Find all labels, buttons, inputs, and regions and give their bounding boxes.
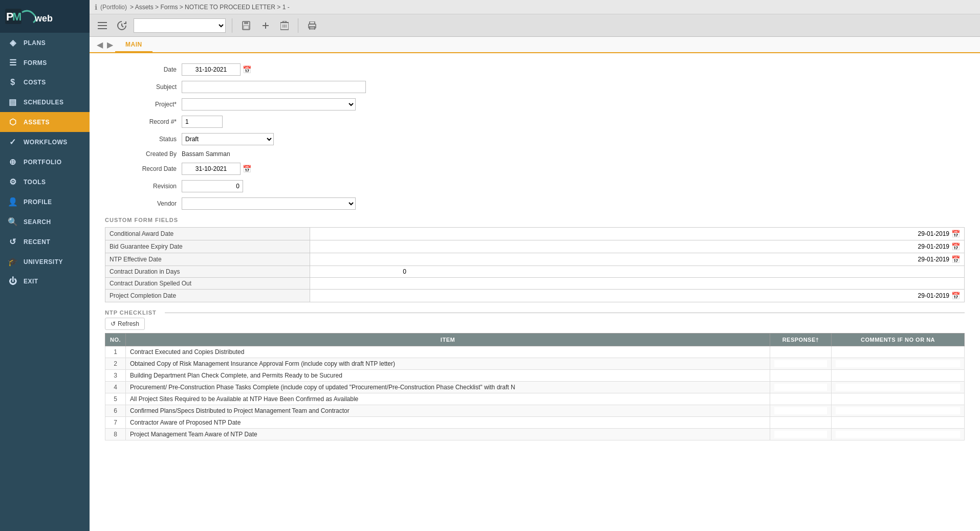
menu-button[interactable]	[95, 20, 110, 31]
created-by-value: Bassam Samman	[182, 150, 230, 158]
workflow-select[interactable]	[134, 18, 226, 33]
tab-next-button[interactable]: ▶	[105, 40, 115, 50]
sidebar-item-recent[interactable]: ↺ RECENT	[0, 232, 90, 252]
ntp-row-comments-0[interactable]	[832, 346, 965, 358]
sidebar: P M web ◈ PLANS ☰ FORMS $ COSTS ▤ SCHEDU…	[0, 0, 90, 531]
tab-main[interactable]: MAIN	[115, 38, 153, 52]
ntp-row-response-5[interactable]	[770, 405, 832, 417]
record-date-field-group: 📅	[182, 163, 253, 175]
ntp-row-comments-4[interactable]	[832, 393, 965, 405]
sidebar-item-forms[interactable]: ☰ FORMS	[0, 53, 90, 73]
cft-cal-icon-0[interactable]: 📅	[951, 230, 960, 238]
forms-icon: ☰	[7, 58, 18, 68]
sidebar-item-tools[interactable]: ⚙ TOOLS	[0, 172, 90, 192]
cft-input-5[interactable]	[314, 292, 949, 299]
tools-icon: ⚙	[7, 177, 18, 187]
custom-fields-header: CUSTOM FORM FIELDS	[105, 217, 965, 223]
vendor-select[interactable]	[182, 197, 356, 210]
ntp-row-item-5: Confirmed Plans/Specs Distributed to Pro…	[126, 405, 770, 417]
ntp-row-response-7[interactable]	[770, 429, 832, 440]
record-input[interactable]	[182, 116, 223, 128]
costs-icon: $	[7, 78, 18, 87]
subject-input[interactable]	[182, 81, 366, 93]
ntp-row-no-1: 2	[105, 358, 126, 370]
cft-cal-icon-5[interactable]: 📅	[951, 292, 960, 300]
ntp-row-comments-7[interactable]	[832, 429, 965, 440]
ntp-row-response-0[interactable]	[770, 346, 832, 358]
toolbar-separator-2	[298, 18, 298, 33]
sidebar-item-plans[interactable]: ◈ PLANS	[0, 33, 90, 53]
sidebar-item-exit[interactable]: ⏻ EXIT	[0, 272, 90, 291]
sidebar-item-assets[interactable]: ⬡ ASSETS	[0, 112, 90, 132]
revision-label: Revision	[105, 183, 177, 190]
sidebar-item-costs[interactable]: $ COSTS	[0, 73, 90, 92]
sidebar-item-label: RECENT	[24, 238, 50, 246]
toolbar-separator-1	[232, 18, 232, 33]
sidebar-item-label: EXIT	[24, 278, 38, 285]
record-date-input[interactable]	[182, 163, 241, 175]
add-button[interactable]	[258, 19, 273, 32]
ntp-row-response-4[interactable]	[770, 393, 832, 405]
project-select[interactable]	[182, 98, 356, 110]
cft-cal-icon-1[interactable]: 📅	[951, 242, 960, 251]
record-label: Record #*	[105, 118, 177, 125]
sidebar-item-university[interactable]: 🎓 UNIVERSITY	[0, 252, 90, 272]
ntp-row-comments-2[interactable]	[832, 370, 965, 382]
sidebar-item-profile[interactable]: 👤 PROFILE	[0, 192, 90, 212]
ntp-row-no-5: 6	[105, 405, 126, 417]
date-input[interactable]	[182, 63, 241, 76]
revision-input[interactable]	[182, 180, 243, 192]
sidebar-item-search[interactable]: 🔍 SEARCH	[0, 212, 90, 232]
ntp-row-response-3[interactable]	[770, 382, 832, 393]
ntp-divider	[165, 313, 965, 313]
ntp-row-comments-1[interactable]	[832, 358, 965, 370]
ntp-row-comments-5[interactable]	[832, 405, 965, 417]
record-date-calendar-icon[interactable]: 📅	[243, 165, 251, 173]
ntp-row-item-4: All Project Sites Required to be Availab…	[126, 393, 770, 405]
cft-input-3[interactable]	[314, 268, 406, 275]
ntp-row-response-6[interactable]	[770, 417, 832, 429]
cft-cal-icon-2[interactable]: 📅	[951, 255, 960, 263]
created-by-label: Created By	[105, 150, 177, 158]
save-button[interactable]	[238, 19, 254, 32]
cft-input-4[interactable]	[314, 280, 447, 287]
sidebar-item-schedules[interactable]: ▤ SCHEDULES	[0, 92, 90, 112]
cft-input-2[interactable]	[314, 256, 949, 263]
svg-rect-5	[98, 25, 107, 26]
sidebar-item-workflows[interactable]: ✓ WORKFLOWS	[0, 132, 90, 152]
print-button[interactable]	[304, 19, 320, 32]
plans-icon: ◈	[7, 38, 18, 48]
ntp-row-comments-3[interactable]	[832, 382, 965, 393]
search-icon: 🔍	[7, 217, 18, 227]
tab-bar: ◀ ▶ MAIN	[90, 37, 980, 53]
history-button[interactable]	[114, 19, 129, 32]
ntp-col-response: RESPONSE†	[770, 334, 832, 346]
ntp-table-row-6: 7 Contractor Aware of Proposed NTP Date	[105, 417, 965, 429]
date-calendar-icon[interactable]: 📅	[243, 65, 251, 74]
main-content: ℹ (Portfolio) > Assets > Forms > NOTICE …	[90, 0, 980, 531]
ntp-row-item-1: Obtained Copy of Risk Management Insuran…	[126, 358, 770, 370]
ntp-row-response-2[interactable]	[770, 370, 832, 382]
refresh-icon: ↺	[111, 320, 116, 327]
svg-text:M: M	[12, 10, 21, 23]
custom-field-label-0: Conditional Award Date	[105, 228, 310, 240]
cft-input-0[interactable]	[314, 230, 949, 237]
breadcrumb-portfolio[interactable]: (Portfolio)	[100, 4, 127, 11]
custom-field-label-5: Project Completion Date	[105, 290, 310, 302]
sidebar-item-label: COSTS	[24, 79, 46, 86]
ntp-table-row-3: 4 Procurement/ Pre-Construction Phase Ta…	[105, 382, 965, 393]
refresh-button[interactable]: ↺ Refresh	[105, 318, 145, 330]
ntp-row-item-3: Procurement/ Pre-Construction Phase Task…	[126, 382, 770, 393]
cft-input-1[interactable]	[314, 243, 949, 250]
status-select[interactable]: Draft	[182, 133, 274, 145]
ntp-row-response-1[interactable]	[770, 358, 832, 370]
tab-prev-button[interactable]: ◀	[95, 40, 105, 50]
ntp-row-comments-6[interactable]	[832, 417, 965, 429]
exit-icon: ⏻	[7, 277, 18, 286]
delete-button[interactable]	[277, 19, 292, 32]
ntp-row-item-6: Contractor Aware of Proposed NTP Date	[126, 417, 770, 429]
ntp-col-comments: COMMENTS IF NO OR NA	[832, 334, 965, 346]
sidebar-item-portfolio[interactable]: ⊕ PORTFOLIO	[0, 152, 90, 172]
subject-label: Subject	[105, 83, 177, 91]
sidebar-item-label: WORKFLOWS	[24, 139, 68, 146]
